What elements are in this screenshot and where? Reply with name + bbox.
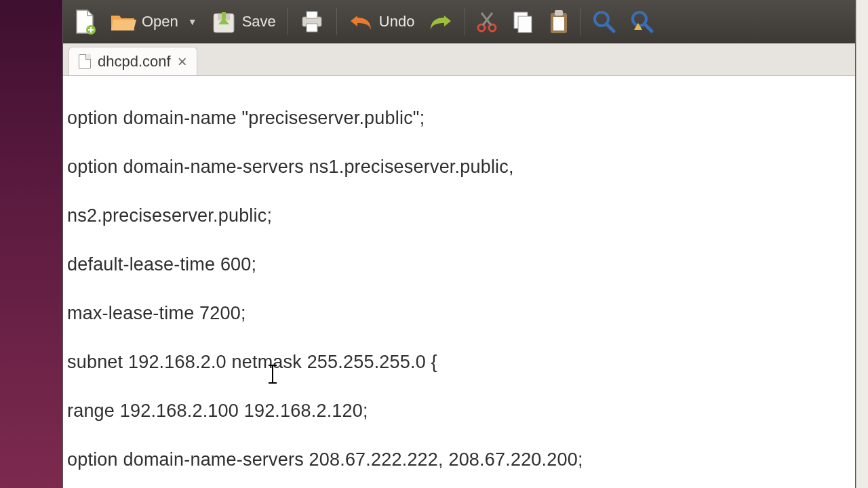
code-line: option domain-name-servers 208.67.222.22… [67, 447, 851, 472]
code-line: range 192.168.2.100 192.168.2.120; [67, 399, 851, 423]
redo-button[interactable] [422, 5, 459, 38]
tab-filename: dhcpd.conf [98, 53, 171, 70]
code-line: max-lease-time 7200; [67, 301, 851, 325]
svg-rect-12 [555, 10, 563, 16]
text-editor-window: Open ▼ Save Undo [62, 0, 856, 488]
save-button[interactable]: Save [205, 5, 281, 38]
find-replace-icon [630, 9, 654, 34]
code-line: option domain-name "preciseserver.public… [67, 106, 851, 130]
svg-rect-6 [307, 24, 317, 32]
save-label: Save [242, 13, 276, 30]
open-button[interactable]: Open ▼ [104, 5, 203, 38]
document-icon [79, 54, 91, 69]
clipboard-icon [548, 9, 570, 35]
toolbar-separator [336, 8, 337, 35]
desktop-background: Open ▼ Save Undo [0, 0, 868, 488]
undo-icon [348, 12, 374, 32]
copy-icon [511, 9, 534, 34]
code-line: option domain-name-servers ns1.precisese… [67, 155, 851, 179]
toolbar-separator [580, 8, 581, 35]
toolbar-separator [287, 8, 288, 35]
adjacent-window-edge [856, 0, 868, 488]
tab-bar: dhcpd.conf × [63, 43, 855, 76]
new-file-icon [74, 9, 96, 35]
svg-rect-5 [307, 12, 317, 18]
find-button[interactable] [587, 5, 622, 38]
toolbar-separator [465, 8, 465, 35]
copy-button[interactable] [506, 5, 540, 38]
undo-button[interactable]: Undo [342, 5, 420, 38]
editor-area[interactable]: option domain-name "preciseserver.public… [63, 76, 855, 488]
code-line: ns2.preciseserver.public; [67, 203, 851, 228]
paste-button[interactable] [542, 5, 575, 38]
undo-label: Undo [379, 13, 415, 30]
print-button[interactable] [293, 5, 331, 38]
svg-rect-10 [518, 16, 532, 33]
code-line: default-lease-time 600; [67, 252, 851, 277]
scissors-icon [476, 10, 498, 33]
chevron-down-icon[interactable]: ▼ [188, 16, 197, 27]
search-icon [592, 9, 616, 34]
code-line: subnet 192.168.2.0 netmask 255.255.255.0… [67, 350, 851, 374]
open-label: Open [142, 13, 178, 30]
find-replace-button[interactable] [625, 5, 660, 38]
redo-icon [428, 12, 454, 32]
toolbar: Open ▼ Save Undo [63, 0, 855, 43]
svg-rect-3 [222, 12, 226, 19]
cut-button[interactable] [471, 5, 503, 38]
folder-open-icon [109, 10, 136, 33]
close-tab-button[interactable]: × [178, 52, 187, 71]
svg-rect-13 [553, 17, 564, 30]
new-file-button[interactable] [68, 5, 101, 38]
printer-icon [298, 10, 326, 33]
tab-dhcpd-conf[interactable]: dhcpd.conf × [68, 47, 197, 75]
save-icon [211, 9, 237, 34]
